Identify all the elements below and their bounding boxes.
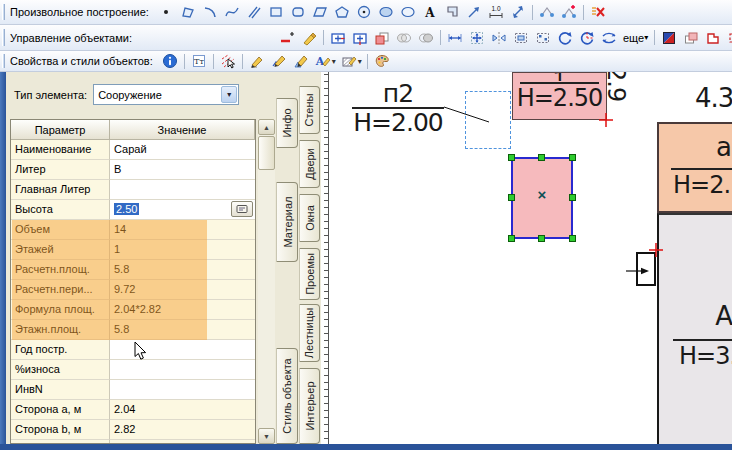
- param-value[interactable]: [110, 180, 255, 200]
- table-scrollbar[interactable]: ▲ ▼: [258, 119, 275, 444]
- tab-windows[interactable]: Окна: [299, 194, 320, 242]
- table-row[interactable]: ИнвN: [11, 380, 255, 400]
- scroll-up-button[interactable]: ▲: [258, 119, 275, 135]
- tab-info[interactable]: Инфо: [276, 98, 298, 148]
- table-row[interactable]: Главная Литер: [11, 180, 255, 200]
- polyline-icon[interactable]: [177, 3, 199, 22]
- param-value[interactable]: 2.50: [110, 200, 255, 220]
- param-value[interactable]: 14: [110, 220, 255, 240]
- info-icon[interactable]: [159, 52, 181, 71]
- param-value[interactable]: Сарай: [110, 140, 255, 160]
- point-icon[interactable]: [155, 3, 177, 22]
- hatch-style-icon[interactable]: [338, 52, 360, 71]
- param-value[interactable]: 2.04*2.82: [110, 300, 255, 320]
- move-icon[interactable]: [466, 28, 488, 47]
- rotate-icon[interactable]: [554, 28, 576, 47]
- tab-object-style[interactable]: Стиль объекта: [276, 348, 298, 444]
- selected-shed-rect[interactable]: ×: [511, 157, 573, 239]
- ellipse-filled-icon[interactable]: [375, 3, 397, 22]
- scroll-down-button[interactable]: ▼: [258, 428, 275, 444]
- resize-handle[interactable]: [538, 235, 545, 242]
- param-value[interactable]: 1: [110, 240, 255, 260]
- table-row[interactable]: ЛитерВ: [11, 160, 255, 180]
- arc-icon[interactable]: [199, 3, 221, 22]
- table-row[interactable]: Год постр.: [11, 340, 255, 360]
- toolbar-grip[interactable]: [2, 4, 5, 21]
- tab-doors[interactable]: Двери: [299, 140, 320, 188]
- table-row[interactable]: Этажей1: [11, 240, 255, 260]
- column-header-value[interactable]: Значение: [110, 120, 255, 140]
- param-value[interactable]: [110, 360, 255, 380]
- measure-pencil-icon[interactable]: [298, 28, 320, 47]
- table-row[interactable]: Высота2.50: [11, 200, 255, 220]
- contour-icon[interactable]: [702, 28, 724, 47]
- rectangle-icon[interactable]: [265, 3, 287, 22]
- table-row[interactable]: Расчетн.площ.5.8: [11, 260, 255, 280]
- building-a-annex[interactable]: а Н=2.: [657, 122, 732, 213]
- double-line-icon[interactable]: [243, 3, 265, 22]
- pencil-polyline-icon[interactable]: [268, 52, 290, 71]
- tab-walls[interactable]: Стены: [299, 86, 320, 134]
- bring-front-icon[interactable]: [680, 28, 702, 47]
- toolbar-grip[interactable]: [2, 54, 5, 68]
- tab-material[interactable]: Материал: [276, 182, 298, 262]
- layer-color-icon[interactable]: [658, 28, 680, 47]
- rounded-rectangle-icon[interactable]: [287, 3, 309, 22]
- door-notch[interactable]: [636, 252, 656, 286]
- more-button[interactable]: еще ▾: [620, 28, 651, 47]
- text-style-icon[interactable]: A: [312, 52, 334, 71]
- swap-arrows-icon[interactable]: [598, 28, 620, 47]
- building-h250[interactable]: 1 Н=2.50: [512, 72, 607, 120]
- tab-interior[interactable]: Интерьер: [299, 368, 320, 444]
- tab-stairs[interactable]: Лестницы: [299, 304, 320, 362]
- table-row[interactable]: Этажн.площ.5.8: [11, 320, 255, 340]
- dashed-contour-icon[interactable]: [724, 28, 732, 47]
- building-a-main[interactable]: А Н=3.: [657, 213, 732, 444]
- resize-icon[interactable]: [507, 3, 529, 22]
- width-arrow-icon[interactable]: [444, 28, 466, 47]
- arrow-icon[interactable]: [463, 3, 485, 22]
- resize-handle[interactable]: [569, 154, 576, 161]
- join-vertical-icon[interactable]: [349, 28, 371, 47]
- param-value[interactable]: 9.72: [110, 280, 255, 300]
- text-format-icon[interactable]: Тт: [188, 52, 210, 71]
- fill-color-icon[interactable]: [371, 28, 393, 47]
- join-horizontal-icon[interactable]: [327, 28, 349, 47]
- table-row[interactable]: НаименованиеСарай: [11, 140, 255, 160]
- delete-draft-icon[interactable]: [587, 3, 609, 22]
- table-row[interactable]: Сторона a, м2.04: [11, 400, 255, 420]
- blend-circles-icon[interactable]: [393, 28, 415, 47]
- select-group-icon[interactable]: [510, 28, 532, 47]
- polygon-icon[interactable]: [331, 3, 353, 22]
- corner-shape-icon[interactable]: [441, 3, 463, 22]
- param-value[interactable]: В: [110, 160, 255, 180]
- scrollbar-thumb[interactable]: [258, 136, 275, 170]
- value-editor-button[interactable]: [231, 201, 253, 217]
- select-nodes-icon[interactable]: [532, 28, 554, 47]
- tab-openings[interactable]: Проемы: [299, 248, 320, 300]
- param-value[interactable]: 2.04: [110, 400, 255, 420]
- param-value[interactable]: 2.82: [110, 420, 255, 440]
- chevron-down-icon[interactable]: ▼: [221, 86, 237, 103]
- selected-value[interactable]: 2.50: [114, 203, 139, 215]
- resize-handle[interactable]: [569, 235, 576, 242]
- chevron-down-icon[interactable]: ▾: [332, 57, 336, 66]
- drawing-canvas[interactable]: п2 Н=2.00 1 Н=2.50 2.9 4.3 × а Н=2.: [329, 72, 732, 444]
- red-segment-icon[interactable]: [276, 28, 298, 47]
- hatch-cursor-icon[interactable]: [217, 52, 239, 71]
- spline-icon[interactable]: [221, 3, 243, 22]
- table-row[interactable]: %износа: [11, 360, 255, 380]
- resize-handle[interactable]: [508, 235, 515, 242]
- param-value[interactable]: 5.8: [110, 260, 255, 280]
- element-type-select[interactable]: Сооружение ▼: [93, 84, 239, 105]
- node-add-icon[interactable]: [558, 3, 580, 22]
- dimension-icon[interactable]: 1.0: [485, 3, 507, 22]
- palette-icon[interactable]: [371, 52, 393, 71]
- chevron-down-icon[interactable]: ▾: [358, 57, 362, 66]
- rotate-angle-icon[interactable]: [576, 28, 598, 47]
- circle-center-icon[interactable]: [353, 3, 375, 22]
- column-header-param[interactable]: Параметр: [11, 120, 110, 140]
- blend-circles2-icon[interactable]: [415, 28, 437, 47]
- toolbar-grip[interactable]: [2, 29, 5, 47]
- pencil-fill-icon[interactable]: [290, 52, 312, 71]
